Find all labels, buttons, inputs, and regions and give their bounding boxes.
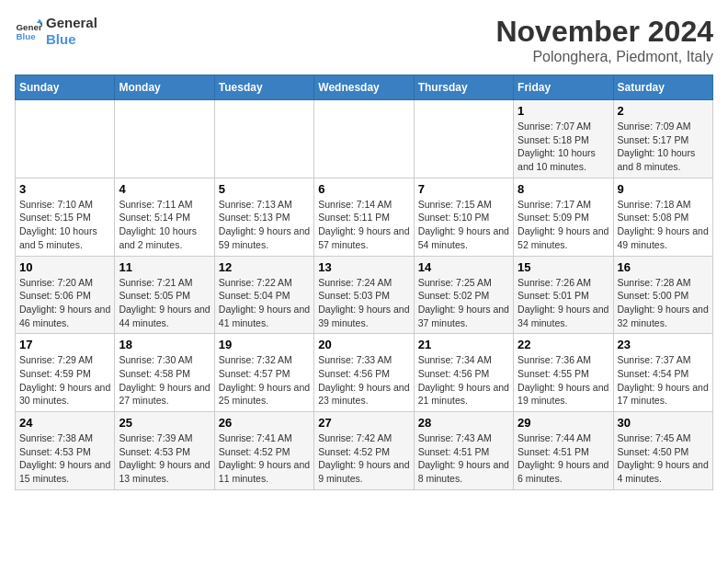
day-number: 13 <box>318 260 409 274</box>
day-info: Sunrise: 7:25 AM Sunset: 5:02 PM Dayligh… <box>418 276 509 330</box>
svg-text:General: General <box>17 22 43 32</box>
calendar-week-row: 24Sunrise: 7:38 AM Sunset: 4:53 PM Dayli… <box>16 412 713 490</box>
calendar-cell: 6Sunrise: 7:14 AM Sunset: 5:11 PM Daylig… <box>314 178 414 256</box>
calendar-cell: 30Sunrise: 7:45 AM Sunset: 4:50 PM Dayli… <box>613 412 712 490</box>
month-title: November 2024 <box>495 15 713 49</box>
logo-icon: General Blue <box>15 17 42 45</box>
calendar-cell: 12Sunrise: 7:22 AM Sunset: 5:04 PM Dayli… <box>214 256 313 334</box>
day-info: Sunrise: 7:10 AM Sunset: 5:15 PM Dayligh… <box>19 198 110 252</box>
calendar-day-header: Friday <box>514 75 613 100</box>
day-info: Sunrise: 7:44 AM Sunset: 4:51 PM Dayligh… <box>518 431 609 486</box>
day-number: 5 <box>219 182 310 196</box>
calendar-cell: 2Sunrise: 7:09 AM Sunset: 5:17 PM Daylig… <box>613 100 712 178</box>
day-info: Sunrise: 7:22 AM Sunset: 5:04 PM Dayligh… <box>219 276 310 330</box>
calendar-cell <box>214 100 313 178</box>
calendar-cell: 19Sunrise: 7:32 AM Sunset: 4:57 PM Dayli… <box>214 334 313 412</box>
svg-marker-2 <box>37 19 42 24</box>
calendar-cell: 11Sunrise: 7:21 AM Sunset: 5:05 PM Dayli… <box>115 256 214 334</box>
day-number: 18 <box>119 338 210 351</box>
day-info: Sunrise: 7:39 AM Sunset: 4:53 PM Dayligh… <box>119 431 210 486</box>
calendar-day-header: Tuesday <box>214 75 313 100</box>
calendar-day-header: Sunday <box>16 75 115 100</box>
day-number: 28 <box>418 416 509 430</box>
day-info: Sunrise: 7:24 AM Sunset: 5:03 PM Dayligh… <box>318 276 409 330</box>
day-number: 24 <box>19 416 110 430</box>
calendar-week-row: 1Sunrise: 7:07 AM Sunset: 5:18 PM Daylig… <box>16 100 713 178</box>
day-info: Sunrise: 7:11 AM Sunset: 5:14 PM Dayligh… <box>119 198 210 252</box>
day-info: Sunrise: 7:09 AM Sunset: 5:17 PM Dayligh… <box>618 120 709 174</box>
day-number: 12 <box>219 260 310 274</box>
day-number: 27 <box>318 416 409 430</box>
calendar-cell: 5Sunrise: 7:13 AM Sunset: 5:13 PM Daylig… <box>214 178 313 256</box>
calendar-day-header: Saturday <box>613 75 712 100</box>
calendar-body: 1Sunrise: 7:07 AM Sunset: 5:18 PM Daylig… <box>16 100 713 490</box>
day-info: Sunrise: 7:17 AM Sunset: 5:09 PM Dayligh… <box>518 198 609 252</box>
day-number: 3 <box>19 182 110 196</box>
day-number: 6 <box>318 182 409 196</box>
day-number: 20 <box>318 338 409 351</box>
day-info: Sunrise: 7:14 AM Sunset: 5:11 PM Dayligh… <box>318 198 409 252</box>
day-info: Sunrise: 7:36 AM Sunset: 4:55 PM Dayligh… <box>518 353 609 408</box>
calendar-cell: 18Sunrise: 7:30 AM Sunset: 4:58 PM Dayli… <box>115 334 214 412</box>
day-number: 23 <box>618 338 709 351</box>
calendar-cell: 17Sunrise: 7:29 AM Sunset: 4:59 PM Dayli… <box>16 334 115 412</box>
calendar-cell: 14Sunrise: 7:25 AM Sunset: 5:02 PM Dayli… <box>414 256 513 334</box>
logo-line2: Blue <box>46 31 97 48</box>
day-info: Sunrise: 7:21 AM Sunset: 5:05 PM Dayligh… <box>119 276 210 330</box>
day-info: Sunrise: 7:20 AM Sunset: 5:06 PM Dayligh… <box>19 276 110 330</box>
calendar-header-row: SundayMondayTuesdayWednesdayThursdayFrid… <box>16 75 713 100</box>
day-info: Sunrise: 7:41 AM Sunset: 4:52 PM Dayligh… <box>219 431 310 486</box>
calendar-cell <box>314 100 414 178</box>
day-info: Sunrise: 7:34 AM Sunset: 4:56 PM Dayligh… <box>418 353 509 408</box>
calendar-cell: 8Sunrise: 7:17 AM Sunset: 5:09 PM Daylig… <box>514 178 613 256</box>
calendar-cell <box>16 100 115 178</box>
calendar-cell: 4Sunrise: 7:11 AM Sunset: 5:14 PM Daylig… <box>115 178 214 256</box>
calendar-cell <box>115 100 214 178</box>
day-info: Sunrise: 7:28 AM Sunset: 5:00 PM Dayligh… <box>618 276 709 330</box>
logo: General Blue General Blue <box>15 15 97 48</box>
calendar-cell: 28Sunrise: 7:43 AM Sunset: 4:51 PM Dayli… <box>414 412 513 490</box>
day-info: Sunrise: 7:18 AM Sunset: 5:08 PM Dayligh… <box>618 198 709 252</box>
day-number: 7 <box>418 182 509 196</box>
calendar-day-header: Wednesday <box>314 75 414 100</box>
calendar-header: SundayMondayTuesdayWednesdayThursdayFrid… <box>16 75 713 100</box>
day-number: 26 <box>219 416 310 430</box>
day-info: Sunrise: 7:07 AM Sunset: 5:18 PM Dayligh… <box>518 120 609 174</box>
day-number: 9 <box>618 182 709 196</box>
day-number: 14 <box>418 260 509 274</box>
day-info: Sunrise: 7:29 AM Sunset: 4:59 PM Dayligh… <box>19 353 110 408</box>
day-info: Sunrise: 7:45 AM Sunset: 4:50 PM Dayligh… <box>618 431 709 486</box>
calendar-cell: 9Sunrise: 7:18 AM Sunset: 5:08 PM Daylig… <box>613 178 712 256</box>
calendar-table: SundayMondayTuesdayWednesdayThursdayFrid… <box>15 75 713 490</box>
day-number: 25 <box>119 416 210 430</box>
calendar-day-header: Thursday <box>414 75 513 100</box>
logo-line1: General <box>46 15 97 31</box>
calendar-day-header: Monday <box>115 75 214 100</box>
day-number: 11 <box>119 260 210 274</box>
calendar-cell: 16Sunrise: 7:28 AM Sunset: 5:00 PM Dayli… <box>613 256 712 334</box>
calendar-cell: 24Sunrise: 7:38 AM Sunset: 4:53 PM Dayli… <box>16 412 115 490</box>
day-number: 22 <box>518 338 609 351</box>
day-number: 1 <box>518 104 609 118</box>
day-info: Sunrise: 7:26 AM Sunset: 5:01 PM Dayligh… <box>518 276 609 330</box>
calendar-cell: 21Sunrise: 7:34 AM Sunset: 4:56 PM Dayli… <box>414 334 513 412</box>
day-info: Sunrise: 7:33 AM Sunset: 4:56 PM Dayligh… <box>318 353 409 408</box>
day-info: Sunrise: 7:13 AM Sunset: 5:13 PM Dayligh… <box>219 198 310 252</box>
calendar-cell: 26Sunrise: 7:41 AM Sunset: 4:52 PM Dayli… <box>214 412 313 490</box>
calendar-week-row: 17Sunrise: 7:29 AM Sunset: 4:59 PM Dayli… <box>16 334 713 412</box>
day-number: 29 <box>518 416 609 430</box>
calendar-cell: 10Sunrise: 7:20 AM Sunset: 5:06 PM Dayli… <box>16 256 115 334</box>
calendar-cell: 15Sunrise: 7:26 AM Sunset: 5:01 PM Dayli… <box>514 256 613 334</box>
day-number: 16 <box>618 260 709 274</box>
location: Polonghera, Piedmont, Italy <box>495 49 713 65</box>
calendar-cell: 23Sunrise: 7:37 AM Sunset: 4:54 PM Dayli… <box>613 334 712 412</box>
day-info: Sunrise: 7:38 AM Sunset: 4:53 PM Dayligh… <box>19 431 110 486</box>
calendar-cell: 25Sunrise: 7:39 AM Sunset: 4:53 PM Dayli… <box>115 412 214 490</box>
calendar-cell: 7Sunrise: 7:15 AM Sunset: 5:10 PM Daylig… <box>414 178 513 256</box>
calendar-cell <box>414 100 513 178</box>
calendar-cell: 27Sunrise: 7:42 AM Sunset: 4:52 PM Dayli… <box>314 412 414 490</box>
day-number: 2 <box>618 104 709 118</box>
day-number: 30 <box>618 416 709 430</box>
calendar-cell: 3Sunrise: 7:10 AM Sunset: 5:15 PM Daylig… <box>16 178 115 256</box>
day-info: Sunrise: 7:32 AM Sunset: 4:57 PM Dayligh… <box>219 353 310 408</box>
